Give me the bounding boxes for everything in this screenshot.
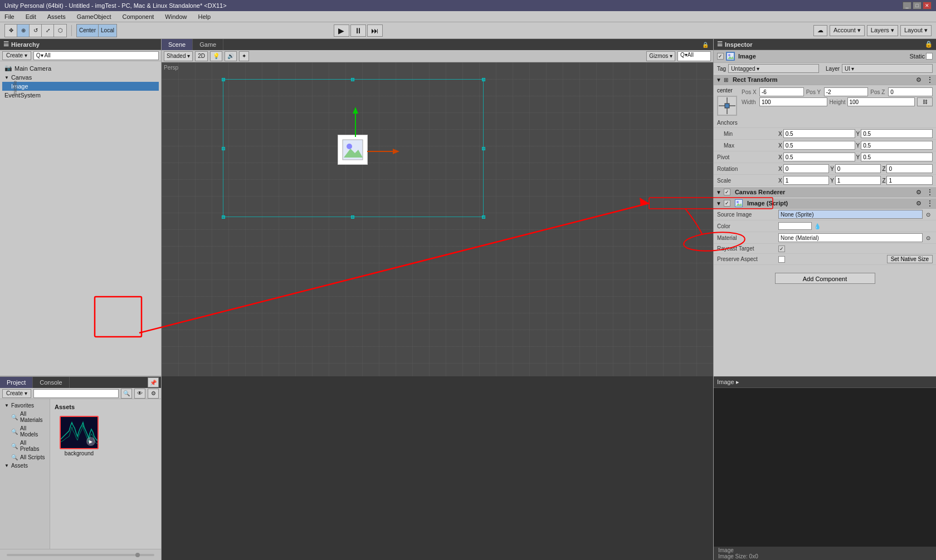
project-slider-thumb[interactable] [135, 553, 140, 557]
menu-assets[interactable]: Assets [45, 12, 68, 21]
static-checkbox[interactable] [926, 53, 933, 60]
rot-z-input[interactable] [886, 164, 933, 173]
play-button[interactable]: ▶ [334, 24, 349, 37]
menu-help[interactable]: Help [196, 12, 213, 21]
maximize-button[interactable]: □ [913, 2, 922, 9]
rotate-tool[interactable]: ↺ [30, 24, 42, 37]
canvas-renderer-enable[interactable]: ✓ [724, 189, 730, 195]
canvas-renderer-expand-icon[interactable]: ▼ [716, 189, 722, 195]
rect-transform-expand-icon[interactable]: ▼ [716, 77, 722, 83]
add-component-button[interactable]: Add Component [775, 273, 875, 284]
source-image-field[interactable]: None (Sprite) [778, 210, 923, 219]
lights-toggle[interactable]: 💡 [210, 51, 222, 61]
canvas-renderer-settings-icon[interactable]: ⚙ [916, 189, 922, 196]
image-script-more-icon[interactable]: ⋮ [926, 199, 934, 208]
minimize-button[interactable]: _ [903, 2, 911, 9]
hand-tool[interactable]: ✥ [5, 24, 17, 37]
scale-x-input[interactable] [783, 176, 830, 185]
menu-edit[interactable]: Edit [23, 12, 38, 21]
menu-window[interactable]: Window [163, 12, 189, 21]
pos-y-input[interactable] [824, 87, 869, 96]
inspector-lock-icon[interactable]: 🔒 [925, 41, 933, 48]
rect-tool[interactable]: ⬡ [54, 24, 66, 37]
canvas-renderer-more-icon[interactable]: ⋮ [926, 188, 934, 197]
project-size-slider[interactable] [7, 554, 154, 556]
cloud-button[interactable]: ☁ [813, 25, 827, 36]
image-script-settings-icon[interactable]: ⚙ [916, 200, 922, 207]
rot-y-input[interactable] [835, 164, 881, 173]
scale-tool[interactable]: ⤢ [42, 24, 54, 37]
sidebar-favorites[interactable]: ▼ Favorites [2, 401, 47, 410]
anchor-preset-button[interactable] [717, 96, 737, 116]
layout-dropdown[interactable]: Layout ▾ [900, 25, 932, 36]
scale-z-input[interactable] [886, 176, 933, 185]
hierarchy-create-button[interactable]: Create ▾ [2, 51, 31, 60]
scene-image-object[interactable] [338, 135, 368, 165]
step-button[interactable]: ⏭ [367, 24, 383, 37]
layer-dropdown[interactable]: UI ▾ [842, 64, 933, 73]
anchor-max-y-input[interactable] [861, 141, 933, 150]
sidebar-all-scripts[interactable]: 🔍 All Scripts [2, 453, 47, 461]
project-search-icon[interactable]: 🔍 [121, 389, 132, 399]
anchor-min-y-input[interactable] [861, 129, 933, 138]
material-picker-icon[interactable]: ⊙ [924, 233, 933, 242]
pivot-y-input[interactable] [861, 153, 933, 161]
rect-transform-settings-icon[interactable]: ⚙ [916, 76, 922, 83]
hierarchy-search[interactable]: Q▾All [33, 51, 159, 60]
set-native-size-button[interactable]: Set Native Size [887, 255, 933, 263]
gizmos-dropdown[interactable]: Gizmos ▾ [646, 51, 675, 61]
scene-search-input[interactable]: Q▾All [677, 51, 711, 61]
project-eye-icon[interactable]: 👁 [134, 389, 145, 399]
image-script-expand-icon[interactable]: ▼ [716, 200, 722, 207]
anchor-min-x-input[interactable] [783, 129, 855, 138]
space-local-button[interactable]: Local [99, 24, 116, 37]
project-create-button[interactable]: Create ▾ [2, 389, 31, 398]
account-dropdown[interactable]: Account ▾ [830, 25, 865, 36]
tab-project[interactable]: Project [0, 377, 33, 388]
tag-dropdown[interactable]: Untagged ▾ [728, 64, 819, 73]
audio-toggle[interactable]: 🔊 [225, 51, 237, 61]
tab-console[interactable]: Console [33, 377, 69, 388]
project-pin-icon[interactable]: 📌 [148, 377, 159, 387]
height-input[interactable] [847, 97, 915, 106]
preserve-aspect-checkbox[interactable] [778, 256, 785, 263]
scale-y-input[interactable] [835, 176, 881, 185]
anchor-max-x-input[interactable] [783, 141, 855, 150]
sidebar-all-models[interactable]: 🔍 All Models [2, 424, 47, 439]
sidebar-assets[interactable]: ▼ Assets [2, 461, 47, 470]
tab-scene[interactable]: Scene [162, 39, 193, 50]
scene-lock-icon[interactable]: 🔒 [700, 40, 711, 50]
pivot-x-input[interactable] [783, 153, 855, 161]
pos-z-input[interactable] [888, 87, 933, 96]
project-search-input[interactable] [33, 389, 119, 398]
fx-toggle[interactable]: ✦ [239, 51, 249, 61]
menu-gameobject[interactable]: GameObject [75, 12, 114, 21]
scene-viewport[interactable]: Persp [162, 62, 713, 376]
hierarchy-item-image[interactable]: Image [2, 82, 159, 91]
project-settings-icon[interactable]: ⚙ [148, 389, 159, 399]
move-tool[interactable]: ⊕ [17, 24, 30, 37]
pos-x-input[interactable] [759, 87, 804, 96]
tab-game[interactable]: Game [193, 39, 223, 50]
color-swatch[interactable] [778, 222, 812, 230]
width-input[interactable] [759, 97, 827, 106]
rect-transform-more-icon[interactable]: ⋮ [926, 75, 934, 84]
hierarchy-item-canvas[interactable]: ▼ Canvas [2, 73, 159, 82]
raycast-checkbox[interactable]: ✓ [778, 245, 785, 252]
color-eyedropper-icon[interactable]: 💧 [813, 222, 822, 230]
material-field[interactable]: None (Material) [778, 233, 923, 242]
pause-button[interactable]: ⏸ [350, 24, 366, 37]
menu-file[interactable]: File [2, 12, 17, 21]
sidebar-all-prefabs[interactable]: 🔍 All Prefabs [2, 439, 47, 453]
hierarchy-item-maincamera[interactable]: 📷 Main Camera [2, 63, 159, 73]
image-script-enable[interactable]: ✓ [724, 200, 730, 207]
menu-component[interactable]: Component [120, 12, 156, 21]
pivot-center-button[interactable]: Center [77, 24, 99, 37]
rot-x-input[interactable] [783, 164, 830, 173]
2d-toggle[interactable]: 2D [195, 51, 208, 61]
constrain-button[interactable]: ⛓ [917, 97, 933, 106]
sidebar-all-materials[interactable]: 🔍 All Materials [2, 410, 47, 424]
close-button[interactable]: ✕ [923, 2, 932, 9]
layers-dropdown[interactable]: Layers ▾ [867, 25, 898, 36]
shading-dropdown[interactable]: Shaded ▾ [164, 51, 193, 61]
